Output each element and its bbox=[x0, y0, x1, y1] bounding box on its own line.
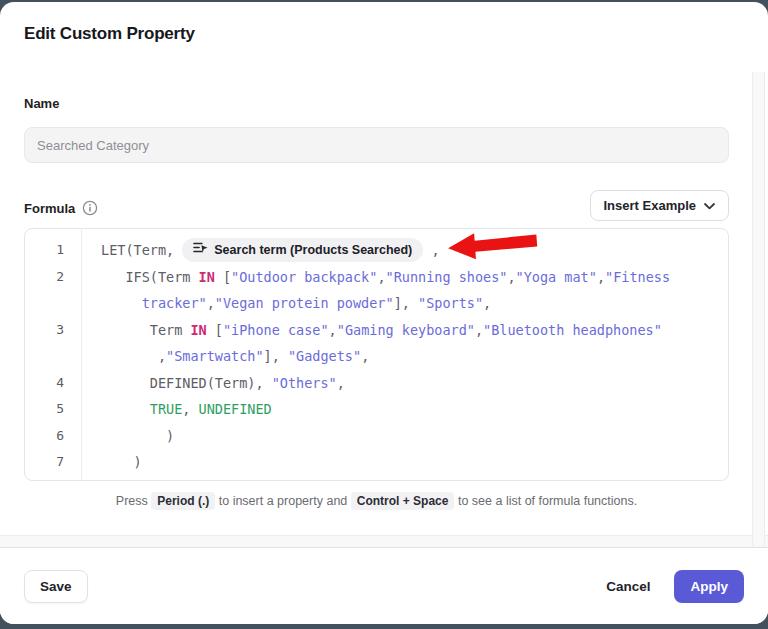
code-token: "Bluetooth headphones" bbox=[483, 322, 662, 338]
dialog-footer: Save Cancel Apply bbox=[0, 548, 768, 624]
code-token: ], bbox=[394, 295, 418, 311]
code-token: Term bbox=[101, 322, 190, 338]
code-row: Term IN ["iPhone case","Gaming keyboard"… bbox=[101, 317, 662, 344]
formula-label: Formula bbox=[24, 201, 75, 216]
code-token: , bbox=[337, 375, 345, 391]
insert-example-label: Insert Example bbox=[604, 198, 697, 213]
code-token: , bbox=[182, 401, 198, 417]
kbd-control-space: Control + Space bbox=[351, 492, 455, 510]
info-icon[interactable] bbox=[82, 200, 98, 216]
code-line: 2 IFS(Term IN ["Outdoor backpack","Runni… bbox=[25, 264, 728, 317]
red-arrow-annotation-icon bbox=[445, 225, 541, 265]
code-token: "Gadgets" bbox=[288, 348, 361, 364]
editor-hint: Press Period (.) to insert a property an… bbox=[24, 491, 729, 512]
apply-button[interactable]: Apply bbox=[674, 570, 744, 603]
code-token: [ bbox=[207, 322, 223, 338]
code-token: "Others" bbox=[272, 375, 337, 391]
code-token: tracker" bbox=[142, 295, 207, 311]
list-cursor-icon bbox=[193, 237, 208, 264]
code-lines: 1LET(Term, Search term (Products Searche… bbox=[25, 237, 728, 476]
property-pill-label: Search term (Products Searched) bbox=[214, 237, 412, 264]
code-token: LET(Term, bbox=[101, 242, 182, 258]
code-token: IFS(Term bbox=[101, 269, 199, 285]
line-number: 5 bbox=[25, 396, 81, 423]
code-token: , bbox=[475, 322, 483, 338]
code-line: 6 ) bbox=[25, 423, 728, 450]
code-token: , bbox=[507, 269, 515, 285]
code-row: LET(Term, Search term (Products Searched… bbox=[101, 237, 440, 264]
code-token bbox=[101, 401, 150, 417]
code-token: "Outdoor backpack" bbox=[231, 269, 377, 285]
code-token: "Vegan protein powder" bbox=[215, 295, 394, 311]
code-token: , bbox=[597, 269, 605, 285]
code-token: ) bbox=[101, 428, 174, 444]
code-line: 1LET(Term, Search term (Products Searche… bbox=[25, 237, 728, 264]
code-line: 5 TRUE, UNDEFINED bbox=[25, 396, 728, 423]
hint-middle: to insert a property and bbox=[219, 494, 348, 508]
line-number: 7 bbox=[25, 449, 81, 476]
save-button[interactable]: Save bbox=[24, 570, 88, 603]
code-row: tracker","Vegan protein powder"], "Sport… bbox=[101, 290, 670, 317]
dialog-title: Edit Custom Property bbox=[24, 24, 195, 44]
line-number: 6 bbox=[25, 423, 81, 450]
code-row: ) bbox=[101, 449, 142, 476]
formula-code-editor[interactable]: 1LET(Term, Search term (Products Searche… bbox=[24, 228, 729, 481]
code-token: ) bbox=[101, 454, 142, 470]
line-number: 4 bbox=[25, 370, 81, 397]
code-token: , bbox=[329, 322, 337, 338]
code-token: IN bbox=[199, 269, 215, 285]
code-token: , bbox=[361, 348, 369, 364]
code-token: "Fitness bbox=[605, 269, 670, 285]
code-token: ], bbox=[264, 348, 288, 364]
vertical-scrollbar[interactable] bbox=[752, 72, 765, 546]
code-token: "Yoga mat" bbox=[516, 269, 597, 285]
code-token bbox=[101, 295, 142, 311]
code-token: "Smartwatch" bbox=[166, 348, 264, 364]
kbd-period: Period (.) bbox=[151, 492, 215, 510]
chevron-down-icon bbox=[704, 198, 715, 213]
code-row: TRUE, UNDEFINED bbox=[101, 396, 272, 423]
horizontal-scrollbar[interactable] bbox=[0, 535, 768, 548]
name-input[interactable] bbox=[24, 127, 729, 163]
code-token: UNDEFINED bbox=[199, 401, 272, 417]
code-token: , bbox=[207, 295, 215, 311]
line-number: 2 bbox=[25, 264, 81, 317]
code-token: IN bbox=[190, 322, 206, 338]
code-token: TRUE bbox=[150, 401, 183, 417]
code-token: DEFINED(Term), bbox=[101, 375, 272, 391]
code-token: "iPhone case" bbox=[223, 322, 329, 338]
code-row: ,"Smartwatch"], "Gadgets", bbox=[101, 343, 662, 370]
code-token: "Gaming keyboard" bbox=[337, 322, 475, 338]
code-line: 4 DEFINED(Term), "Others", bbox=[25, 370, 728, 397]
hint-suffix: to see a list of formula functions. bbox=[458, 494, 637, 508]
code-token: , bbox=[483, 295, 491, 311]
cancel-button[interactable]: Cancel bbox=[606, 570, 650, 603]
code-line: 7 ) bbox=[25, 449, 728, 476]
hint-press: Press bbox=[116, 494, 148, 508]
code-token: [ bbox=[215, 269, 231, 285]
code-token: , bbox=[423, 242, 439, 258]
insert-example-button[interactable]: Insert Example bbox=[590, 190, 730, 221]
code-row: DEFINED(Term), "Others", bbox=[101, 370, 345, 397]
property-pill[interactable]: Search term (Products Searched) bbox=[182, 238, 423, 262]
gutter-separator bbox=[81, 229, 82, 480]
formula-header-row: Formula Insert Example bbox=[24, 190, 729, 222]
name-label: Name bbox=[24, 96, 59, 111]
line-number: 3 bbox=[25, 317, 81, 370]
line-number: 1 bbox=[25, 237, 81, 264]
code-token: "Running shoes" bbox=[386, 269, 508, 285]
code-line: 3 Term IN ["iPhone case","Gaming keyboar… bbox=[25, 317, 728, 370]
code-row: ) bbox=[101, 423, 174, 450]
code-token: , bbox=[377, 269, 385, 285]
edit-custom-property-dialog: Edit Custom Property Name Formula Insert… bbox=[0, 2, 768, 624]
code-row: IFS(Term IN ["Outdoor backpack","Running… bbox=[101, 264, 670, 291]
code-token: , bbox=[101, 348, 166, 364]
code-token: "Sports" bbox=[418, 295, 483, 311]
